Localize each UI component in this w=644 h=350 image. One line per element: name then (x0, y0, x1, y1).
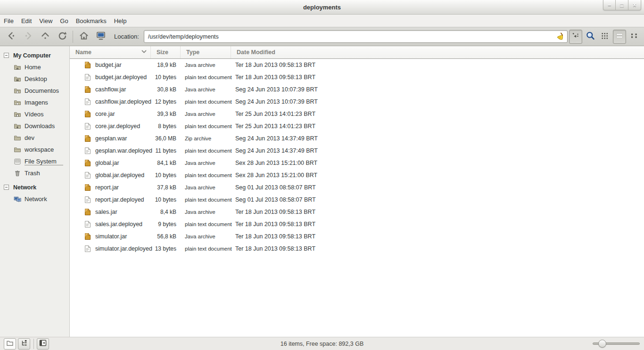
menu-help[interactable]: Help (110, 16, 131, 26)
text-icon (84, 73, 91, 81)
zoom-slider[interactable] (593, 337, 640, 350)
location-input[interactable] (148, 33, 555, 40)
menu-go[interactable]: Go (56, 16, 72, 26)
folder-icon (14, 146, 21, 154)
file-size: 56,8 kB (151, 233, 181, 240)
file-row-core-jar-deployed[interactable]: core.jar.deployed 8 bytes plain text doc… (70, 120, 644, 132)
column-header-type[interactable]: Type (181, 46, 231, 58)
sidebar-item-trash[interactable]: Trash (0, 167, 69, 179)
toggle-sidebar-button[interactable] (37, 338, 49, 350)
icon-view-button[interactable] (598, 30, 611, 44)
file-size: 8,4 kB (151, 209, 181, 215)
clear-location-icon[interactable] (555, 32, 565, 42)
file-date: Ter 18 Jun 2013 09:58:13 BRT (231, 221, 644, 228)
forward-button[interactable] (20, 30, 36, 44)
sidebar-section-header[interactable]: Network (0, 181, 69, 193)
file-row-cashflow-jar-deployed[interactable]: cashflow.jar.deployed 12 bytes plain tex… (70, 96, 644, 108)
column-header-date-modified[interactable]: Date Modified (231, 46, 644, 58)
toggle-sidebar-icon (39, 339, 47, 349)
file-date: Seg 24 Jun 2013 10:07:39 BRT (231, 98, 644, 105)
file-row-report-jar-deployed[interactable]: report.jar.deployed 10 bytes plain text … (70, 194, 644, 206)
file-row-simulator-jar-deployed[interactable]: simulator.jar.deployed 13 bytes plain te… (70, 243, 644, 255)
column-header-size[interactable]: Size (151, 46, 181, 58)
refresh-button[interactable] (54, 30, 70, 44)
window-controls: − □ × (603, 0, 641, 10)
maximize-icon: □ (620, 2, 623, 8)
file-name: budget.jar (95, 62, 122, 68)
sidebar-item-dev[interactable]: dev (0, 132, 69, 144)
sidebar-item-v-deos[interactable]: Vídeos (0, 108, 69, 120)
tree-icon (20, 339, 28, 348)
file-date: Seg 01 Jul 2013 08:58:07 BRT (231, 184, 644, 191)
sidebar-item-file-system[interactable]: File System (0, 155, 69, 167)
file-row-sales-jar[interactable]: sales.jar 8,4 kB Java archive Ter 18 Jun… (70, 206, 644, 218)
file-row-budget-jar[interactable]: budget.jar 18,9 kB Java archive Ter 18 J… (70, 59, 644, 71)
list-view-button[interactable] (613, 30, 626, 44)
zoom-slider-knob[interactable] (598, 340, 606, 348)
file-size: 84,1 kB (151, 160, 181, 166)
text-icon (84, 147, 91, 155)
computer-button[interactable] (93, 30, 108, 44)
file-row-sales-jar-deployed[interactable]: sales.jar.deployed 9 bytes plain text do… (70, 218, 644, 230)
file-size: 18,9 kB (151, 62, 181, 68)
sidebar-item-label: Desktop (25, 75, 47, 82)
menu-view[interactable]: View (35, 16, 56, 26)
status-text: 16 items, Free space: 892,3 GB (0, 341, 644, 347)
file-type: plain text document (181, 246, 231, 252)
sidebar-section-label: Network (13, 184, 36, 191)
toolbar: Location: (0, 27, 644, 46)
icon-view-grid-icon (599, 30, 611, 43)
home-button[interactable] (76, 30, 91, 44)
sidebar-item-downloads[interactable]: Downloads (0, 120, 69, 132)
sidebar-item-documentos[interactable]: Documentos (0, 85, 69, 97)
compact-view-button[interactable] (627, 30, 641, 44)
column-header-name[interactable]: Name (70, 46, 151, 58)
column-header-size-label: Size (157, 49, 168, 56)
sidebar-item-network[interactable]: Network (0, 193, 69, 205)
sidebar-item-workspace[interactable]: workspace (0, 144, 69, 155)
file-date: Ter 18 Jun 2013 09:58:13 BRT (231, 62, 644, 68)
back-button[interactable] (3, 30, 19, 44)
file-name: report.jar (95, 184, 119, 191)
search-button[interactable] (584, 30, 597, 44)
sidebar-item-label: Downloads (25, 122, 55, 130)
menu-edit[interactable]: Edit (17, 16, 35, 26)
sidebar-section-header[interactable]: My Computer (0, 49, 69, 61)
collapse-expander-icon[interactable] (4, 53, 9, 58)
collapse-expander-icon[interactable] (4, 185, 9, 190)
file-row-gesplan-war[interactable]: gesplan.war 36,0 MB Zip archive Seg 24 J… (70, 132, 644, 145)
close-button[interactable]: × (628, 0, 641, 10)
menu-file[interactable]: File (0, 16, 17, 26)
menu-bookmarks[interactable]: Bookmarks (72, 16, 110, 26)
file-row-simulator-jar[interactable]: simulator.jar 56,8 kB Java archive Ter 1… (70, 230, 644, 243)
main-area: My Computer Home Desktop Documentos Imag… (0, 46, 644, 337)
places-pane-button[interactable] (4, 338, 16, 350)
sidebar-item-label: File System (25, 158, 63, 165)
file-date: Ter 25 Jun 2013 14:01:23 BRT (231, 123, 644, 130)
sidebar-item-home[interactable]: Home (0, 61, 69, 73)
jump-to-location-button[interactable] (569, 30, 582, 44)
jar-icon (84, 208, 91, 216)
file-row-global-jar[interactable]: global.jar 84,1 kB Java archive Sex 28 J… (70, 157, 644, 169)
minimize-button[interactable]: − (603, 0, 616, 10)
maximize-button[interactable]: □ (616, 0, 628, 10)
text-icon (84, 220, 91, 228)
file-row-global-jar-deployed[interactable]: global.jar.deployed 10 bytes plain text … (70, 169, 644, 181)
location-bar[interactable] (144, 30, 568, 43)
file-row-gesplan-war-deployed[interactable]: gesplan.war.deployed 11 bytes plain text… (70, 145, 644, 157)
text-icon (84, 171, 91, 179)
file-size: 10 bytes (151, 74, 181, 81)
up-button[interactable] (37, 30, 53, 44)
file-row-core-jar[interactable]: core.jar 39,3 kB Java archive Ter 25 Jun… (70, 108, 644, 120)
network-icon (14, 195, 21, 203)
sidebar-item-imagens[interactable]: Imagens (0, 97, 69, 108)
file-name: core.jar (95, 111, 115, 117)
location-label: Location: (114, 33, 139, 40)
jar-icon (84, 86, 91, 93)
tree-pane-button[interactable] (18, 338, 30, 350)
file-name: core.jar.deployed (95, 123, 140, 130)
file-row-report-jar[interactable]: report.jar 37,8 kB Java archive Seg 01 J… (70, 181, 644, 194)
file-row-cashflow-jar[interactable]: cashflow.jar 30,8 kB Java archive Seg 24… (70, 83, 644, 96)
sidebar-item-desktop[interactable]: Desktop (0, 73, 69, 85)
file-row-budget-jar-deployed[interactable]: budget.jar.deployed 10 bytes plain text … (70, 71, 644, 83)
